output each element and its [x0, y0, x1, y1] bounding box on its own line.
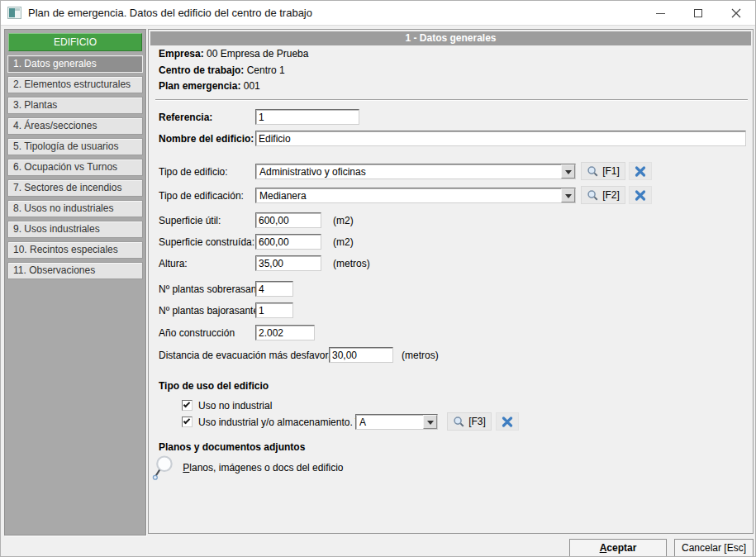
sidebar-item-elementos-estructurales[interactable]: 2. Elementos estructurales [7, 76, 143, 93]
superficie-construida-label: Superficie construída: [159, 236, 254, 248]
planos-section-title: Planos y documentos adjuntos [159, 441, 305, 453]
sidebar-header-label: EDIFICIO [54, 36, 97, 48]
planos-link[interactable]: Planos, imágenes o docs del edificio [152, 455, 343, 483]
empresa-value: 00 Empresa de Prueba [207, 48, 308, 60]
superficie-util-unit: (m2) [333, 215, 354, 226]
anio-construccion-label: Año construcción [159, 327, 235, 339]
titlebar[interactable]: Plan de emergencia. Datos del edificio d… [1, 1, 755, 26]
nombre-edificio-label: Nombre del edificio: [159, 133, 254, 145]
uso-industrial-tipo-value: A [359, 417, 421, 428]
plantas-bajorasante-input[interactable] [255, 302, 293, 318]
check-icon [183, 401, 190, 407]
sidebar-item-usos-no-industriales[interactable]: 8. Usos no industriales [7, 200, 143, 217]
superficie-construida-unit: (m2) [333, 236, 354, 248]
uso-industrial-search-button[interactable]: [F3] [447, 412, 492, 431]
sidebar-header-edificio: EDIFICIO [8, 33, 142, 51]
uso-no-industrial-checkbox[interactable] [182, 400, 193, 411]
altura-input[interactable] [255, 255, 321, 271]
plantas-bajorasante-label: Nº plantas bajorasante: [159, 305, 261, 317]
tipo-edificacion-search-button[interactable]: [F2] [581, 186, 625, 204]
sidebar-item-sectores-incendios[interactable]: 7. Sectores de incendios [7, 179, 143, 197]
centro-trabajo-label: Centro de trabajo: [159, 64, 244, 76]
tipo-edificio-label: Tipo de edificio: [159, 166, 228, 178]
altura-unit: (metros) [333, 258, 370, 269]
tipo-uso-section-title: Tipo de uso del edificio [159, 380, 269, 392]
distancia-evacuacion-unit: (metros) [402, 350, 439, 361]
plantas-sobrerasante-label: Nº plantas sobrerasante: [159, 283, 268, 295]
uso-industrial-tipo-combo[interactable]: A [355, 414, 438, 430]
search-icon [453, 416, 465, 428]
sidebar-item-ocupacion-turnos[interactable]: 6. Ocupación vs Turnos [7, 159, 143, 176]
tipo-edificacion-fkey-label: [F2] [602, 189, 620, 201]
plan-emergencia-label: Plan emergencia: [159, 80, 240, 92]
app-window: Plan de emergencia. Datos del edificio d… [0, 0, 756, 557]
anio-construccion-input[interactable] [255, 325, 315, 340]
nombre-edificio-input[interactable] [255, 131, 746, 146]
uso-no-industrial-label: Uso no industrial [198, 400, 272, 412]
tipo-edificacion-combo[interactable]: Medianera [255, 188, 576, 203]
sidebar-item-recintos-especiales[interactable]: 10. Recintos especiales [7, 241, 143, 259]
empresa-label: Empresa: [159, 48, 204, 60]
sidebar-item-areas-secciones[interactable]: 4. Áreas/secciones [7, 117, 143, 135]
altura-label: Altura: [159, 258, 188, 269]
check-icon [183, 417, 190, 424]
chevron-down-icon [565, 194, 572, 202]
panel-title: 1 - Datos generales [150, 31, 751, 45]
sidebar-item-datos-generales[interactable]: 1. Datos generales [7, 55, 143, 73]
referencia-input[interactable] [255, 109, 359, 125]
tipo-edificio-fkey-label: [F1] [602, 165, 620, 177]
distancia-evacuacion-label: Distancia de evacuación más desfavorable… [159, 350, 349, 361]
chevron-down-icon [427, 421, 434, 428]
superficie-construida-input[interactable] [255, 234, 321, 250]
clear-icon [634, 165, 647, 178]
magnifier-icon [152, 455, 178, 481]
tipo-edificio-combo[interactable]: Administrativo y oficinas [255, 164, 576, 179]
main-panel: 1 - Datos generales Empresa: 00 Empresa … [148, 29, 754, 534]
search-icon [587, 165, 599, 178]
plan-emergencia-value: 001 [244, 80, 260, 92]
plantas-sobrerasante-input[interactable] [255, 281, 293, 297]
separator [155, 99, 748, 101]
minimize-icon [656, 13, 665, 14]
uso-industrial-checkbox[interactable] [182, 417, 193, 427]
close-button[interactable] [717, 1, 755, 26]
uso-industrial-fkey-label: [F3] [468, 416, 486, 427]
referencia-label: Referencia: [159, 112, 212, 123]
sidebar-item-tipologia-usuarios[interactable]: 5. Tipología de usuarios [7, 138, 143, 155]
uso-industrial-tipo-dropdown-button[interactable] [423, 415, 437, 429]
uso-industrial-clear-button[interactable] [496, 412, 519, 431]
tipo-edificio-dropdown-button[interactable] [561, 164, 575, 179]
close-icon [731, 8, 741, 18]
plan-emergencia-row: Plan emergencia: 001 [159, 80, 260, 92]
sidebar: EDIFICIO 1. Datos generales 2. Elementos… [4, 29, 146, 536]
tipo-edificio-value: Administrativo y oficinas [259, 166, 559, 178]
centro-trabajo-row: Centro de trabajo: Centro 1 [159, 64, 285, 76]
sidebar-item-usos-industriales[interactable]: 9. Usos industriales [7, 221, 143, 238]
accept-button[interactable]: Aceptar [569, 539, 667, 557]
tipo-edificio-search-button[interactable]: [F1] [581, 162, 625, 180]
superficie-util-input[interactable] [255, 212, 321, 228]
maximize-button[interactable] [679, 1, 717, 26]
tipo-edificacion-label: Tipo de edificación: [159, 190, 244, 202]
clear-icon [501, 416, 514, 428]
planos-link-label: Planos, imágenes o docs del edificio [183, 462, 343, 474]
app-icon [7, 7, 21, 19]
tipo-edificio-clear-button[interactable] [629, 162, 652, 180]
empresa-row: Empresa: 00 Empresa de Prueba [159, 48, 308, 60]
sidebar-item-observaciones[interactable]: 11. Observaciones [7, 262, 143, 279]
sidebar-item-plantas[interactable]: 3. Plantas [7, 97, 143, 114]
clear-icon [634, 189, 647, 202]
cancel-button[interactable]: Cancelar [Esc] [674, 539, 754, 557]
maximize-icon [694, 9, 702, 17]
chevron-down-icon [565, 170, 572, 178]
tipo-edificacion-clear-button[interactable] [629, 186, 652, 204]
superficie-util-label: Superficie útil: [159, 215, 221, 226]
search-icon [587, 189, 599, 202]
distancia-evacuacion-input[interactable] [329, 347, 393, 363]
tipo-edificacion-value: Medianera [259, 190, 559, 202]
uso-industrial-label: Uso industrial y/o almacenamiento. Tipo: [198, 417, 377, 428]
tipo-edificacion-dropdown-button[interactable] [561, 188, 575, 202]
minimize-button[interactable] [641, 1, 679, 26]
window-title: Plan de emergencia. Datos del edificio d… [28, 7, 312, 19]
centro-trabajo-value: Centro 1 [247, 64, 285, 76]
